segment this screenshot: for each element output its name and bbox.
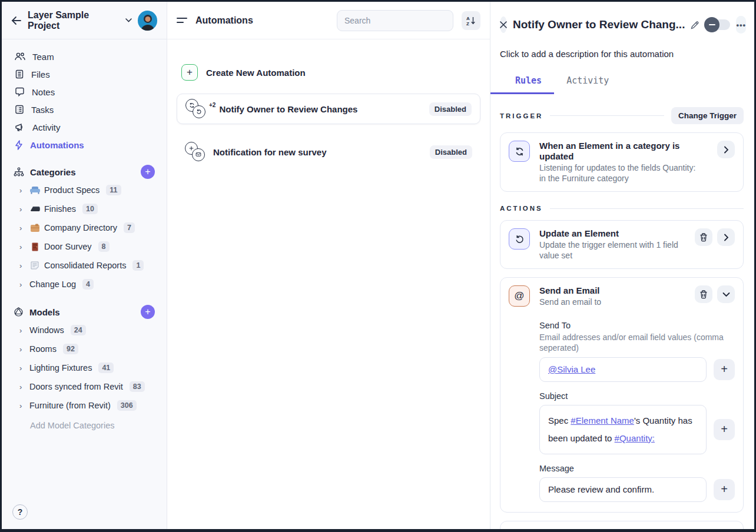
chevron-right-icon: › bbox=[19, 280, 25, 289]
action-collapse-button[interactable] bbox=[717, 285, 735, 303]
delete-action-button[interactable] bbox=[695, 228, 712, 246]
action-card-update-element[interactable]: Update an Element Update the trigger ele… bbox=[500, 220, 744, 269]
send-to-input[interactable]: @Silvia Lee bbox=[539, 357, 707, 382]
category-change-log[interactable]: › Change Log 4 bbox=[2, 275, 167, 294]
message-input[interactable]: Please review and confirm. bbox=[539, 477, 707, 502]
chevron-right-icon: › bbox=[19, 242, 25, 251]
pencil-icon bbox=[691, 21, 699, 29]
model-windows[interactable]: › Windows 24 bbox=[2, 321, 167, 340]
add-recipient-button[interactable]: + bbox=[714, 359, 735, 380]
sidebar-item-team[interactable]: Team bbox=[2, 48, 167, 65]
field-token-quantity[interactable]: #Quantity: bbox=[615, 433, 655, 443]
chevron-right-icon bbox=[724, 146, 729, 154]
subject-label: Subject bbox=[539, 391, 735, 401]
chevron-right-icon: › bbox=[19, 401, 25, 410]
team-icon bbox=[15, 52, 25, 61]
automation-detail-panel: Notify Owner to Review Chang... ••• Clic… bbox=[490, 2, 754, 529]
category-label: Finishes bbox=[44, 204, 76, 214]
sidebar-item-label: Tasks bbox=[31, 105, 54, 115]
send-to-help: Email addresses and/or email field value… bbox=[539, 332, 735, 353]
automation-steps-icon bbox=[185, 142, 206, 162]
delete-action-button[interactable] bbox=[695, 285, 712, 303]
subject-input[interactable]: Spec #Element Name's Quantity has been u… bbox=[539, 405, 707, 454]
category-door-survey[interactable]: › Door Survey 8 bbox=[2, 237, 167, 256]
detail-header: Notify Owner to Review Chang... ••• bbox=[500, 16, 744, 34]
app-window: Layer Sample Project Team Files Notes bbox=[0, 0, 756, 532]
category-consolidated-reports[interactable]: › Consolidated Reports 1 bbox=[2, 256, 167, 275]
model-count: 41 bbox=[98, 363, 114, 373]
action-card-create-element[interactable]: + Create an Element Create an element in… bbox=[500, 521, 744, 529]
model-label: Lighting Fixtures bbox=[29, 363, 92, 373]
sidebar-item-notes[interactable]: Notes bbox=[2, 83, 167, 101]
category-company-directory[interactable]: › Company Directory 7 bbox=[2, 218, 167, 237]
action-expand-button[interactable] bbox=[717, 228, 735, 246]
trigger-expand-button[interactable] bbox=[717, 141, 735, 158]
mention-silvia-lee[interactable]: @Silvia Lee bbox=[548, 364, 595, 374]
help-button[interactable]: ? bbox=[12, 504, 28, 520]
add-category-button[interactable]: + bbox=[141, 165, 155, 179]
sync-icon bbox=[509, 141, 530, 162]
model-doors-synced[interactable]: › Doors synced from Revit 83 bbox=[2, 377, 167, 396]
send-to-label: Send To bbox=[539, 321, 735, 330]
user-avatar[interactable] bbox=[138, 11, 157, 31]
lightning-icon bbox=[15, 140, 23, 150]
tab-rules[interactable]: Rules bbox=[515, 75, 542, 86]
sidebar-item-label: Notes bbox=[32, 87, 55, 97]
sidebar-item-label: Activity bbox=[32, 122, 61, 132]
automation-row-new-survey[interactable]: Notification for new survey Disabled bbox=[177, 137, 480, 167]
automations-list: + Create New Automation +2 Notify Owner … bbox=[167, 39, 490, 167]
category-count: 4 bbox=[82, 279, 94, 290]
detail-tabs: Rules Activity bbox=[500, 75, 744, 94]
sidebar-item-tasks[interactable]: Tasks bbox=[2, 101, 167, 118]
sidebar-item-label: Files bbox=[31, 69, 50, 79]
model-lighting-fixtures[interactable]: › Lighting Fixtures 41 bbox=[2, 358, 167, 377]
add-subject-token-button[interactable]: + bbox=[714, 419, 735, 440]
action-subtitle: Send an email to bbox=[539, 297, 681, 308]
rotate-ccw-icon bbox=[509, 228, 530, 250]
add-message-token-button[interactable]: + bbox=[714, 479, 735, 500]
automation-steps-icon bbox=[185, 99, 207, 119]
edit-title-button[interactable] bbox=[691, 21, 699, 29]
back-button[interactable] bbox=[11, 16, 22, 25]
search-input[interactable] bbox=[337, 10, 453, 31]
sort-button[interactable]: AZ bbox=[462, 11, 480, 30]
change-trigger-button[interactable]: Change Trigger bbox=[671, 107, 744, 124]
models-tree: › Windows 24 › Rooms 92 › Lighting Fixtu… bbox=[2, 321, 167, 430]
chevron-right-icon: › bbox=[19, 261, 25, 270]
sidebar-item-activity[interactable]: Activity bbox=[2, 118, 167, 136]
trash-icon bbox=[699, 233, 708, 242]
category-finishes[interactable]: › Finishes 10 bbox=[2, 200, 167, 218]
close-button[interactable] bbox=[500, 16, 507, 33]
add-model-categories-link[interactable]: Add Model Categories bbox=[2, 415, 167, 430]
model-rooms[interactable]: › Rooms 92 bbox=[2, 340, 167, 358]
automation-enabled-toggle[interactable] bbox=[705, 19, 730, 31]
chevron-right-icon: › bbox=[19, 383, 25, 391]
model-label: Doors synced from Revit bbox=[29, 382, 123, 391]
trigger-subtitle: Listening for updates to the fields Quan… bbox=[539, 163, 703, 184]
project-selector[interactable]: Layer Sample Project bbox=[28, 10, 132, 31]
model-count: 24 bbox=[71, 325, 86, 335]
action-subtitle: Update the trigger element with 1 field … bbox=[539, 240, 681, 261]
automation-row-notify-owner[interactable]: +2 Notify Owner to Review Changes Disabl… bbox=[177, 94, 480, 124]
category-count: 7 bbox=[124, 222, 135, 233]
action-title: Update an Element bbox=[539, 228, 619, 238]
trigger-card[interactable]: When an Element in a category is updated… bbox=[500, 132, 744, 192]
tab-activity[interactable]: Activity bbox=[566, 75, 609, 86]
model-furniture[interactable]: › Furniture (from Revit) 306 bbox=[2, 396, 167, 415]
field-token-element-name[interactable]: #Element Name bbox=[571, 415, 634, 425]
more-options-button[interactable]: ••• bbox=[736, 16, 746, 34]
model-label: Windows bbox=[29, 325, 64, 335]
list-menu-icon[interactable] bbox=[177, 18, 187, 23]
add-model-button[interactable]: + bbox=[141, 305, 155, 319]
category-product-specs[interactable]: › Product Specs 11 bbox=[2, 181, 167, 200]
door-icon bbox=[29, 242, 40, 251]
automation-title: Notify Owner to Review Chang... bbox=[513, 18, 685, 31]
create-new-automation[interactable]: + Create New Automation bbox=[177, 64, 480, 81]
svg-text:A: A bbox=[466, 16, 470, 21]
sidebar-item-files[interactable]: Files bbox=[2, 65, 167, 83]
extra-steps-badge: +2 bbox=[209, 102, 215, 108]
category-count: 11 bbox=[106, 185, 121, 195]
blue-couch-icon bbox=[29, 187, 40, 194]
description-placeholder[interactable]: Click to add a description for this auto… bbox=[500, 49, 744, 59]
sidebar-item-automations[interactable]: Automations bbox=[2, 136, 167, 154]
